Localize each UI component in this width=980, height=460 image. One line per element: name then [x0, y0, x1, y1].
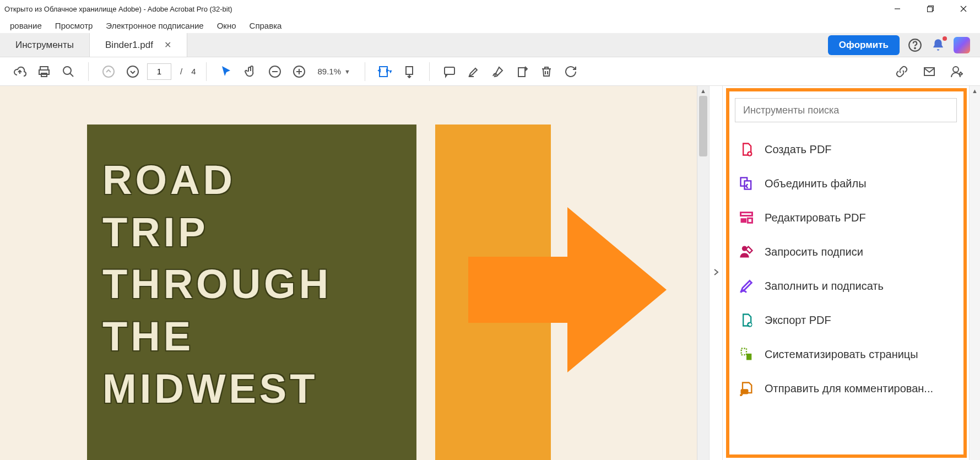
rotate-icon[interactable] — [561, 62, 581, 82]
panel-collapse-icon[interactable] — [713, 268, 719, 278]
tool-edit-pdf[interactable]: Редактировать PDF — [735, 203, 957, 232]
scroll-up-icon[interactable]: ▲ — [970, 86, 980, 96]
tool-label: Отправить для комментирован... — [765, 382, 933, 395]
tools-list: Создать PDF Объединить файлы Редактирова… — [735, 134, 957, 403]
tools-search-input[interactable] — [735, 98, 957, 122]
svg-rect-19 — [380, 67, 387, 77]
select-tool-icon[interactable] — [216, 62, 236, 82]
fit-page-icon[interactable] — [399, 62, 419, 82]
menu-item-edit[interactable]: рование — [3, 19, 48, 33]
menu-item-window[interactable]: Окно — [210, 19, 243, 33]
svg-rect-36 — [746, 354, 751, 360]
send-for-comments-icon — [738, 380, 755, 397]
svg-rect-32 — [748, 218, 752, 223]
scrollbar-thumb[interactable] — [699, 96, 707, 156]
delete-icon[interactable] — [537, 62, 556, 82]
page-up-icon[interactable] — [99, 62, 118, 82]
doc-text-line3: THROUGH — [102, 258, 401, 311]
svg-rect-21 — [445, 67, 454, 74]
document-scrollbar[interactable]: ▲ — [697, 86, 709, 460]
export-pdf-icon — [738, 312, 755, 328]
maximize-button[interactable] — [914, 0, 947, 18]
close-tab-icon[interactable]: ✕ — [164, 40, 171, 50]
page-number-input[interactable] — [147, 63, 171, 80]
zoom-value: 89.1% — [318, 67, 342, 76]
svg-point-6 — [914, 47, 916, 48]
tab-document-label: Binder1.pdf — [105, 40, 153, 51]
tab-tools[interactable]: Инструменты — [0, 33, 90, 57]
close-button[interactable] — [947, 0, 980, 18]
svg-rect-20 — [406, 67, 413, 74]
svg-rect-29 — [745, 181, 751, 189]
tools-panel: Создать PDF Объединить файлы Редактирова… — [722, 86, 980, 460]
toolbar-separator — [365, 62, 365, 81]
tool-label: Заполнить и подписать — [765, 280, 884, 293]
tab-document[interactable]: Binder1.pdf ✕ — [90, 33, 187, 57]
toolbar-separator — [88, 62, 89, 81]
zoom-dropdown[interactable]: 89.1% ▼ — [313, 67, 355, 76]
scroll-up-icon[interactable]: ▲ — [697, 86, 709, 96]
page-total: 4 — [191, 67, 196, 76]
tools-panel-scrollbar[interactable]: ▲ — [969, 86, 980, 460]
toolbar-right — [892, 62, 970, 82]
toolbar-separator — [429, 62, 430, 81]
doc-text-line1: ROAD — [102, 154, 401, 207]
toolbar: / 4 89.1% ▼ ▼ — [0, 57, 980, 86]
chevron-down-icon: ▼ — [344, 68, 350, 75]
window-titlebar: Открыто из Облачное хранилище Adobe) - A… — [0, 0, 980, 18]
tool-label: Редактировать PDF — [765, 212, 866, 224]
tabs-left: Инструменты Binder1.pdf ✕ — [0, 33, 187, 57]
svg-marker-26 — [468, 207, 667, 372]
svg-point-24 — [953, 67, 959, 72]
request-signatures-icon — [738, 243, 755, 260]
svg-point-10 — [63, 67, 71, 74]
comment-icon[interactable] — [440, 62, 459, 82]
combine-files-icon — [738, 175, 755, 192]
tool-request-signatures[interactable]: Запросить подписи — [735, 237, 957, 267]
tab-tools-label: Инструменты — [15, 40, 74, 51]
svg-point-13 — [127, 66, 138, 77]
tool-label: Запросить подписи — [765, 246, 863, 258]
rotate-page-icon[interactable] — [512, 62, 532, 82]
print-icon[interactable] — [34, 62, 54, 82]
sign-icon[interactable] — [488, 62, 508, 82]
account-avatar-icon[interactable] — [954, 37, 970, 53]
zoom-in-icon[interactable] — [289, 62, 309, 82]
annotation-arrow-icon — [468, 207, 667, 372]
hand-tool-icon[interactable] — [241, 62, 261, 82]
help-icon[interactable] — [907, 37, 923, 53]
menu-item-help[interactable]: Справка — [243, 19, 289, 33]
cloud-save-icon[interactable] — [10, 62, 30, 82]
search-icon[interactable] — [58, 62, 78, 82]
tool-fill-sign[interactable]: Заполнить и подписать — [735, 271, 957, 301]
page-down-icon[interactable] — [123, 62, 143, 82]
doc-green-block: ROAD TRIP THROUGH THE MIDWEST — [87, 125, 416, 460]
doc-text-line5: MIDWEST — [102, 363, 401, 415]
create-pdf-icon — [738, 141, 755, 158]
doc-text-line4: THE — [102, 311, 401, 363]
tool-send-for-comments[interactable]: Отправить для комментирован... — [735, 374, 957, 403]
window-title: Открыто из Облачное хранилище Adobe) - A… — [4, 5, 232, 13]
menu-item-view[interactable]: Просмотр — [48, 19, 100, 33]
tool-combine-files[interactable]: Объединить файлы — [735, 169, 957, 198]
organize-pages-icon — [738, 346, 755, 362]
menu-item-sign[interactable]: Электронное подписание — [99, 19, 210, 33]
share-link-icon[interactable] — [892, 62, 912, 82]
minimize-button[interactable] — [881, 0, 914, 18]
fit-width-icon[interactable]: ▼ — [375, 62, 395, 82]
window-controls — [881, 0, 980, 18]
svg-rect-37 — [741, 389, 749, 394]
tool-export-pdf[interactable]: Экспорт PDF — [735, 305, 957, 335]
zoom-out-icon[interactable] — [265, 62, 285, 82]
share-people-icon[interactable] — [947, 62, 967, 82]
tool-label: Систематизировать страницы — [765, 348, 918, 361]
highlight-icon[interactable] — [464, 62, 484, 82]
tool-create-pdf[interactable]: Создать PDF — [735, 134, 957, 164]
tool-organize-pages[interactable]: Систематизировать страницы — [735, 339, 957, 369]
fill-sign-icon — [738, 278, 755, 294]
doc-text-line2: TRIP — [102, 207, 401, 259]
subscribe-button[interactable]: Оформить — [828, 35, 900, 55]
notifications-icon[interactable] — [930, 37, 946, 53]
email-icon[interactable] — [919, 62, 939, 82]
document-viewport[interactable]: ROAD TRIP THROUGH THE MIDWEST — [0, 86, 697, 460]
